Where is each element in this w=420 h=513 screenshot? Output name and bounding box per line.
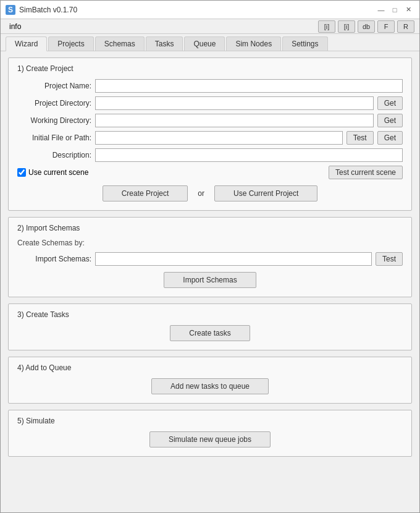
menu-bar: info [i] [i] db F R: [1, 19, 419, 34]
tab-sim-nodes[interactable]: Sim Nodes: [226, 36, 281, 51]
section-create-project-title: 1) Create Project: [17, 64, 403, 73]
project-name-label: Project Name:: [17, 82, 91, 90]
import-schemas-sub-label: Create Schemas by:: [17, 239, 403, 247]
initial-file-get-button[interactable]: Get: [377, 131, 403, 145]
title-bar-left: S SimBatch v0.1.70: [6, 5, 77, 15]
simulate-button[interactable]: Simulate new queue jobs: [149, 431, 271, 447]
simulate-action-row: Simulate new queue jobs: [17, 431, 403, 447]
menu-info[interactable]: info: [6, 21, 25, 32]
initial-file-input[interactable]: [95, 131, 343, 145]
title-controls: — □ ✕: [375, 4, 414, 16]
maximize-button[interactable]: □: [388, 4, 401, 16]
project-name-row: Project Name:: [17, 79, 403, 93]
description-label: Description:: [17, 151, 91, 159]
menu-left: info: [6, 21, 25, 32]
tab-settings[interactable]: Settings: [282, 36, 327, 51]
use-current-scene-checkbox[interactable]: [17, 168, 26, 177]
use-current-scene-label: Use current scene: [28, 168, 88, 177]
import-schemas-row: Import Schemas: Test: [17, 252, 403, 266]
add-to-queue-button[interactable]: Add new tasks to queue: [151, 378, 269, 394]
section-add-to-queue-title: 4) Add to Queue: [17, 363, 403, 372]
project-directory-input[interactable]: [95, 96, 374, 110]
close-button[interactable]: ✕: [402, 4, 414, 16]
description-input[interactable]: [95, 148, 403, 162]
import-schemas-button[interactable]: Import Schemas: [164, 272, 256, 288]
section-import-schemas: 2) Import Schemas Create Schemas by: Imp…: [8, 217, 412, 297]
checkbox-row: Use current scene Test current scene: [17, 166, 403, 179]
project-directory-label: Project Directory:: [17, 99, 91, 108]
or-text: or: [198, 189, 204, 198]
initial-file-row: Initial File or Path: Test Get: [17, 131, 403, 145]
project-directory-get-button[interactable]: Get: [377, 96, 403, 110]
working-directory-input[interactable]: [95, 114, 374, 127]
app-icon: S: [6, 5, 15, 15]
import-schemas-label: Import Schemas:: [17, 255, 91, 263]
window-title: SimBatch v0.1.70: [19, 6, 77, 14]
working-directory-row: Working Directory: Get: [17, 114, 403, 127]
menu-btn-i2[interactable]: [i]: [338, 20, 355, 33]
tab-bar: Wizard Projects Schemas Tasks Queue Sim …: [1, 34, 419, 51]
project-name-input[interactable]: [95, 79, 403, 93]
import-schemas-input[interactable]: [95, 252, 372, 266]
import-schemas-action-row: Import Schemas: [17, 272, 403, 288]
add-to-queue-action-row: Add new tasks to queue: [17, 378, 403, 394]
initial-file-label: Initial File or Path:: [17, 134, 91, 142]
content-area: 1) Create Project Project Name: Project …: [1, 51, 419, 512]
menu-right: [i] [i] db F R: [318, 20, 414, 33]
section-create-tasks: 3) Create Tasks Create tasks: [8, 303, 412, 350]
use-current-project-button[interactable]: Use Current Project: [214, 185, 317, 201]
working-directory-get-button[interactable]: Get: [377, 114, 403, 127]
section-create-project: 1) Create Project Project Name: Project …: [8, 57, 412, 211]
tab-schemas[interactable]: Schemas: [95, 36, 145, 51]
import-schemas-test-button[interactable]: Test: [376, 252, 403, 266]
section-simulate: 5) Simulate Simulate new queue jobs: [8, 410, 412, 457]
menu-btn-db[interactable]: db: [358, 20, 375, 33]
tab-tasks[interactable]: Tasks: [146, 36, 183, 51]
menu-btn-r[interactable]: R: [397, 20, 414, 33]
tab-wizard[interactable]: Wizard: [6, 36, 47, 51]
create-tasks-action-row: Create tasks: [17, 325, 403, 341]
create-project-button[interactable]: Create Project: [103, 185, 188, 201]
menu-btn-f[interactable]: F: [377, 20, 395, 33]
menu-btn-i1[interactable]: [i]: [318, 20, 335, 33]
tab-projects[interactable]: Projects: [48, 36, 93, 51]
checkbox-left: Use current scene: [17, 168, 88, 177]
create-tasks-button[interactable]: Create tasks: [170, 325, 250, 341]
section-create-tasks-title: 3) Create Tasks: [17, 310, 403, 319]
main-window: S SimBatch v0.1.70 — □ ✕ info [i] [i] db…: [0, 0, 420, 513]
tab-queue[interactable]: Queue: [184, 36, 225, 51]
working-directory-label: Working Directory:: [17, 116, 91, 125]
description-row: Description:: [17, 148, 403, 162]
section-simulate-title: 5) Simulate: [17, 417, 403, 425]
create-project-action-row: Create Project or Use Current Project: [17, 185, 403, 201]
minimize-button[interactable]: —: [375, 4, 387, 16]
project-directory-row: Project Directory: Get: [17, 96, 403, 110]
section-add-to-queue: 4) Add to Queue Add new tasks to queue: [8, 357, 412, 404]
section-import-schemas-title: 2) Import Schemas: [17, 224, 403, 232]
initial-file-test-button[interactable]: Test: [346, 131, 374, 145]
test-current-scene-button[interactable]: Test current scene: [329, 166, 403, 179]
title-bar: S SimBatch v0.1.70 — □ ✕: [1, 1, 419, 19]
